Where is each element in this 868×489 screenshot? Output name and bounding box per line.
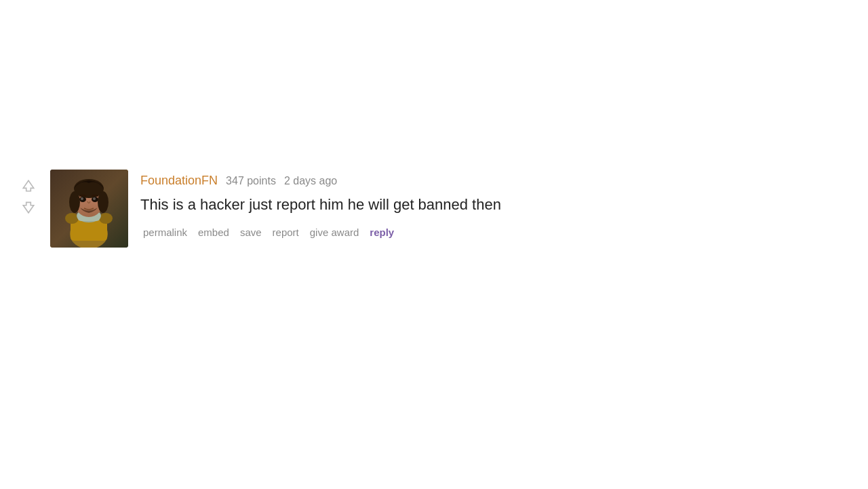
comment-content: FoundationFN 347 points 2 days ago This … — [140, 170, 501, 239]
permalink-button[interactable]: permalink — [140, 225, 190, 239]
comment-body: This is a hacker just report him he will… — [140, 195, 501, 216]
comment-block: FoundationFN 347 points 2 days ago This … — [20, 170, 501, 248]
embed-button[interactable]: embed — [195, 225, 232, 239]
give-award-button[interactable]: give award — [307, 225, 362, 239]
svg-point-11 — [69, 191, 80, 213]
avatar[interactable] — [50, 170, 128, 248]
report-button[interactable]: report — [270, 225, 302, 239]
svg-point-4 — [65, 213, 79, 224]
comment-actions: permalink embed save report give award r… — [140, 225, 501, 239]
comment-header: FoundationFN 347 points 2 days ago — [140, 174, 501, 188]
comment-time: 2 days ago — [284, 175, 337, 187]
svg-point-12 — [98, 191, 108, 213]
svg-point-15 — [81, 197, 83, 200]
vote-column — [20, 178, 37, 216]
comment-username[interactable]: FoundationFN — [140, 174, 218, 188]
upvote-button[interactable] — [20, 178, 37, 194]
save-button[interactable]: save — [237, 225, 264, 239]
svg-point-5 — [99, 213, 113, 224]
svg-point-16 — [93, 197, 96, 200]
avatar-column — [50, 170, 128, 248]
comment-points: 347 points — [226, 175, 276, 187]
reply-button[interactable]: reply — [367, 225, 397, 239]
downvote-button[interactable] — [20, 199, 37, 216]
